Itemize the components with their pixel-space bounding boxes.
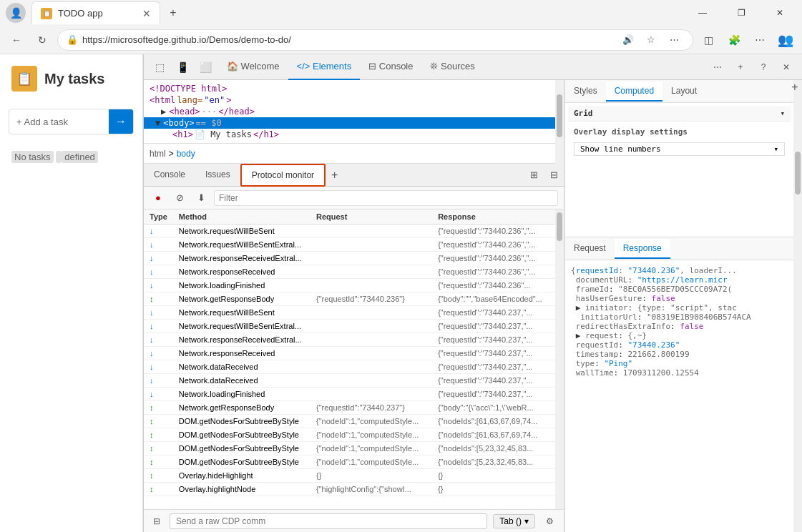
tab-protocol-monitor[interactable]: Protocol monitor: [240, 164, 326, 187]
table-row[interactable]: ↓ Network.responseReceivedExtral... {"re…: [144, 252, 555, 265]
maximize-button[interactable]: ❐: [725, 3, 758, 23]
dock-bottom-icon[interactable]: ⊟: [544, 165, 564, 185]
tree-line-body[interactable]: ▼ <body> == $0: [144, 117, 555, 129]
cdp-record-icon: ⊟: [150, 514, 164, 528]
device-toolbar-tool[interactable]: 📱: [172, 57, 192, 77]
minimize-button[interactable]: —: [686, 3, 719, 23]
tab-response[interactable]: Response: [615, 239, 670, 259]
profile-icon[interactable]: 👤: [6, 3, 26, 23]
tree-line-h1[interactable]: <h1> 📄 My tasks </h1>: [144, 129, 555, 140]
row-method: Network.getResponseBody: [173, 292, 310, 306]
pm-download-button[interactable]: ⬇: [192, 189, 210, 207]
table-row[interactable]: ↓ Network.responseReceived {"requestId":…: [144, 347, 555, 360]
table-row[interactable]: ↕ Overlay.highlightNode {"highlightConfi…: [144, 483, 555, 496]
read-aloud-icon[interactable]: 🔊: [618, 30, 638, 50]
more-icon[interactable]: ⋯: [664, 30, 684, 50]
favorites-icon[interactable]: ☆: [641, 30, 661, 50]
table-row[interactable]: ↓ Network.responseReceivedExtral... {"re…: [144, 333, 555, 347]
add-task-input[interactable]: + Add a task: [9, 111, 109, 133]
table-row[interactable]: ↕ DOM.getNodesForSubtreeByStyle {"nodeId…: [144, 455, 555, 469]
table-row[interactable]: ↕ Network.getResponseBody {"requestId":"…: [144, 401, 555, 415]
browser-more-button[interactable]: ⋯: [749, 29, 771, 51]
breadcrumb-html[interactable]: html: [150, 149, 166, 159]
right-panel-scrollbar[interactable]: [793, 80, 802, 532]
row-response: {"requestId":"73440.237,"...: [432, 320, 555, 333]
html-tree: <!DOCTYPE html> <html lang="en"> ▶ <head…: [144, 80, 555, 144]
table-row[interactable]: ↓ Network.requestWillBeSentExtral... {"r…: [144, 238, 555, 252]
cdp-input[interactable]: [170, 513, 487, 529]
tab-layout[interactable]: Layout: [662, 82, 705, 102]
table-row[interactable]: ↓ Network.requestWillBeSent {"requestId"…: [144, 225, 555, 238]
devtools-panel: ⬚ 📱 ⬜ 🏠 Welcome </> Elements ⊟ Console ❊…: [143, 54, 802, 532]
row-type: ↕: [144, 428, 173, 442]
add-panel-button-bottom[interactable]: +: [326, 166, 343, 184]
url-input[interactable]: 🔒 https://microsoftedge.github.io/Demos/…: [57, 29, 693, 51]
req-resp-tabs: Request Response: [565, 237, 793, 260]
tree-line-doctype[interactable]: <!DOCTYPE html>: [144, 83, 555, 94]
row-method: Network.requestWillBeSent: [173, 225, 310, 238]
table-row[interactable]: ↓ Network.requestWillBeSentExtral... {"r…: [144, 320, 555, 333]
table-row[interactable]: ↕ Overlay.hideHighlight {} {}: [144, 469, 555, 483]
inspect-element-tool[interactable]: ⬚: [150, 57, 170, 77]
row-request: [310, 320, 432, 333]
html-tree-scrollbar[interactable]: [555, 80, 564, 164]
tab-computed[interactable]: Computed: [606, 82, 662, 102]
grid-section: Overlay display settings Show line numbe…: [568, 122, 791, 159]
grid-header: Grid ▾: [568, 106, 791, 122]
tab-console[interactable]: ⊟ Console: [360, 54, 421, 80]
table-row[interactable]: ↓ Network.dataReceived {"requestId":"734…: [144, 360, 555, 374]
table-row[interactable]: ↓ Network.loadingFinished {"requestId":"…: [144, 388, 555, 401]
tab-issues[interactable]: Issues: [195, 164, 240, 187]
tab-sources[interactable]: ❊ Sources: [421, 54, 483, 80]
window-controls: — ❐ ✕: [686, 3, 796, 23]
close-button[interactable]: ✕: [763, 3, 796, 23]
table-row[interactable]: ↓ Network.requestWillBeSent {"requestId"…: [144, 306, 555, 320]
pm-table[interactable]: Type Method Request Response: [144, 210, 555, 509]
table-row[interactable]: ↕ DOM.getNodesForSubtreeByStyle {"nodeId…: [144, 428, 555, 442]
add-task-button[interactable]: →: [109, 109, 133, 134]
tab-elements[interactable]: </> Elements: [288, 54, 361, 80]
add-panel-button[interactable]: +: [730, 57, 750, 77]
title-bar: 👤 📋 TODO app ✕ + — ❐ ✕: [0, 0, 802, 26]
lang-attr: lang=: [177, 95, 202, 105]
table-row[interactable]: ↕ DOM.getNodesForSubtreeByStyle {"nodeId…: [144, 442, 555, 455]
browser-tab-active[interactable]: 📋 TODO app ✕: [31, 1, 160, 24]
table-row[interactable]: ↓ Network.loadingFinished {"requestId":"…: [144, 279, 555, 292]
table-row[interactable]: ↕ Network.getResponseBody {"requestId":"…: [144, 292, 555, 306]
reload-button[interactable]: ↻: [31, 29, 53, 51]
extensions-button[interactable]: 🧩: [723, 29, 745, 51]
help-button[interactable]: ?: [753, 57, 773, 77]
more-tools-button[interactable]: ⬜: [195, 57, 215, 77]
row-request: [310, 279, 432, 292]
dock-right-icon[interactable]: ⊞: [524, 165, 544, 185]
tab-console-bottom[interactable]: Console: [144, 164, 195, 187]
tree-line-head[interactable]: ▶ <head> ··· </head>: [144, 106, 555, 117]
cdp-tab-button[interactable]: Tab () ▾: [493, 514, 535, 528]
table-row[interactable]: ↕ DOM.getNodesForSubtreeByStyle {"nodeId…: [144, 415, 555, 428]
row-type: ↕: [144, 292, 173, 306]
pm-scrollbar[interactable]: [555, 210, 564, 509]
new-tab-button[interactable]: +: [163, 3, 183, 23]
tab-welcome[interactable]: 🏠 Welcome: [218, 54, 288, 80]
table-row[interactable]: ↓ Network.responseReceived {"requestId":…: [144, 265, 555, 279]
tab-close-button[interactable]: ✕: [142, 8, 151, 19]
show-line-numbers[interactable]: Show line numbers ▾: [574, 142, 785, 156]
tree-line-html[interactable]: <html lang="en">: [144, 94, 555, 106]
pm-stop-button[interactable]: ⊘: [171, 189, 188, 207]
pm-record-button[interactable]: ●: [150, 189, 167, 207]
add-style-rule-button[interactable]: +: [785, 80, 793, 97]
row-type: ↕: [144, 415, 173, 428]
table-row[interactable]: ↓ Network.dataReceived {"requestId":"734…: [144, 374, 555, 388]
profile-button[interactable]: 👥: [775, 29, 796, 51]
close-devtools-button[interactable]: ✕: [776, 57, 796, 77]
sidebar-button[interactable]: ◫: [698, 29, 719, 51]
more-devtools-options[interactable]: ⋯: [708, 57, 728, 77]
back-button[interactable]: ←: [6, 29, 27, 51]
tab-request[interactable]: Request: [565, 239, 615, 259]
row-type: ↓: [144, 225, 173, 238]
cdp-settings-button[interactable]: ⚙: [541, 513, 558, 530]
breadcrumb-body[interactable]: body: [177, 149, 195, 159]
tab-styles[interactable]: Styles: [565, 82, 606, 102]
head-tag: <head>: [169, 107, 200, 117]
pm-filter-input[interactable]: [214, 190, 558, 206]
